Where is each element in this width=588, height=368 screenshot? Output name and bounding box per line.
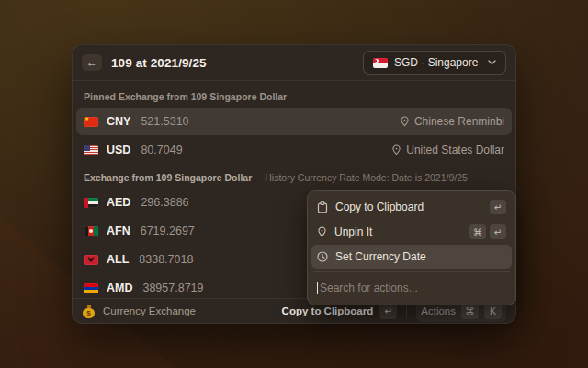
exchange-section-header: Exchange from 109 Singapore Dollar Histo… xyxy=(76,165,512,189)
pin-icon xyxy=(317,226,327,237)
actions-search-placeholder: Search for actions... xyxy=(320,282,418,294)
currency-value: 296.3886 xyxy=(141,196,188,209)
clock-icon xyxy=(317,251,328,262)
list-item-usd[interactable]: USD 80.7049 United States Dollar xyxy=(76,136,512,164)
currency-value: 80.7049 xyxy=(141,144,182,156)
row-accessory: Chinese Renminbi xyxy=(400,115,504,128)
currency-dropdown-value: SGD - Singapore xyxy=(394,56,478,69)
menu-item-unpin-it[interactable]: Unpin It ⌘ ↵ xyxy=(311,220,512,244)
currency-code: AMD xyxy=(107,282,132,294)
row-accessory: United States Dollar xyxy=(391,144,504,156)
return-key-badge: ↵ xyxy=(490,224,506,239)
menu-item-shortcut: ↵ xyxy=(490,200,506,214)
currency-full-name: Chinese Renminbi xyxy=(414,115,504,128)
back-button[interactable]: ← xyxy=(82,54,102,71)
singapore-flag-icon xyxy=(373,58,388,68)
uae-flag-icon xyxy=(84,198,98,208)
footer-divider xyxy=(406,305,407,317)
pin-icon xyxy=(391,144,401,155)
currency-code: USD xyxy=(107,144,130,156)
currency-dropdown[interactable]: SGD - Singapore xyxy=(363,51,506,75)
pinned-section-label: Pinned Exchange from 109 Singapore Dolla… xyxy=(76,85,512,108)
china-flag-icon xyxy=(84,117,98,127)
currency-code: AED xyxy=(107,196,130,209)
back-arrow-icon: ← xyxy=(86,56,97,69)
currency-value: 6719.2697 xyxy=(141,224,195,237)
menu-item-shortcut: ⌘ ↵ xyxy=(469,224,506,239)
text-caret xyxy=(317,282,318,294)
page-title: 109 at 2021/9/25 xyxy=(111,56,207,70)
primary-action-label: Copy to Clipboard xyxy=(282,305,374,316)
actions-search[interactable]: Search for actions... xyxy=(311,275,512,301)
currency-value: 521.5310 xyxy=(141,115,188,128)
menu-item-label: Set Currency Date xyxy=(335,250,426,263)
afghanistan-flag-icon xyxy=(84,226,98,236)
menu-divider xyxy=(313,271,510,272)
currency-code: CNY xyxy=(107,115,130,128)
menu-item-copy-to-clipboard[interactable]: Copy to Clipboard ↵ xyxy=(311,195,512,219)
currency-value: 8338.7018 xyxy=(139,253,193,266)
menu-item-label: Copy to Clipboard xyxy=(335,201,424,213)
armenia-flag-icon xyxy=(84,283,98,293)
currency-value: 38957.8719 xyxy=(142,282,203,294)
exchange-section-label: Exchange from 109 Singapore Dollar xyxy=(84,172,252,183)
k-key-badge: K xyxy=(484,304,502,319)
currency-code: ALL xyxy=(107,253,129,266)
return-key-badge: ↵ xyxy=(490,200,506,214)
albania-flag-icon xyxy=(84,255,98,265)
actions-button-label: Actions xyxy=(421,305,456,316)
rate-mode-label: History Currency Rate Mode: Date is 2021… xyxy=(265,172,468,183)
window-header: ← 109 at 2021/9/25 SGD - Singapore xyxy=(73,45,515,80)
menu-item-set-currency-date[interactable]: Set Currency Date xyxy=(311,245,512,269)
usa-flag-icon xyxy=(84,145,98,155)
return-key-badge: ↵ xyxy=(379,304,397,319)
command-key-badge: ⌘ xyxy=(469,224,486,239)
pin-icon xyxy=(400,116,410,127)
currency-full-name: United States Dollar xyxy=(406,144,504,156)
currency-code: AFN xyxy=(107,224,130,237)
clipboard-icon xyxy=(317,201,328,213)
raycast-window: ← 109 at 2021/9/25 SGD - Singapore Pinne… xyxy=(72,44,516,324)
extension-name: Currency Exchange xyxy=(103,305,196,316)
primary-action-button[interactable]: Copy to Clipboard ↵ xyxy=(282,304,398,319)
menu-item-label: Unpin It xyxy=(334,225,372,238)
command-key-badge: ⌘ xyxy=(461,304,479,319)
chevron-down-icon xyxy=(488,60,496,65)
money-bag-icon: $ xyxy=(82,305,96,318)
list-item-cny[interactable]: CNY 521.5310 Chinese Renminbi xyxy=(76,108,512,135)
actions-menu-panel: Copy to Clipboard ↵ Unpin It ⌘ ↵ Set Cur… xyxy=(307,190,516,305)
